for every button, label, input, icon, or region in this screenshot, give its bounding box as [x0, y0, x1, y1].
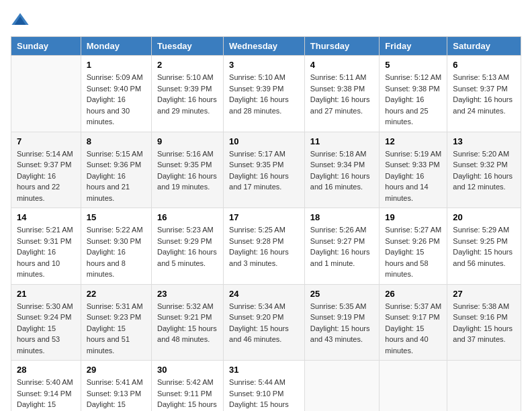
column-header-sunday: Sunday — [11, 37, 81, 56]
day-number: 25 — [310, 289, 374, 299]
day-number: 22 — [87, 289, 146, 299]
day-details: Sunrise: 5:30 AMSunset: 9:24 PMDaylight:… — [17, 301, 75, 357]
day-details: Sunrise: 5:22 AMSunset: 9:30 PMDaylight:… — [87, 224, 146, 280]
day-details: Sunrise: 5:12 AMSunset: 9:38 PMDaylight:… — [385, 72, 441, 128]
day-number: 8 — [87, 136, 146, 146]
day-details: Sunrise: 5:29 AMSunset: 9:25 PMDaylight:… — [453, 224, 515, 269]
day-number: 1 — [87, 60, 146, 70]
calendar-cell: 14Sunrise: 5:21 AMSunset: 9:31 PMDayligh… — [11, 208, 81, 285]
day-details: Sunrise: 5:11 AMSunset: 9:38 PMDaylight:… — [310, 72, 374, 116]
calendar-cell: 12Sunrise: 5:19 AMSunset: 9:33 PMDayligh… — [380, 132, 447, 208]
logo-icon — [11, 11, 30, 30]
day-details: Sunrise: 5:15 AMSunset: 9:36 PMDaylight:… — [87, 148, 146, 204]
calendar-cell: 31Sunrise: 5:44 AMSunset: 9:10 PMDayligh… — [224, 361, 305, 412]
calendar-week-row: 7Sunrise: 5:14 AMSunset: 9:37 PMDaylight… — [11, 132, 521, 208]
calendar-cell: 6Sunrise: 5:13 AMSunset: 9:37 PMDaylight… — [447, 56, 521, 132]
calendar-week-row: 21Sunrise: 5:30 AMSunset: 9:24 PMDayligh… — [11, 284, 521, 361]
calendar-cell: 24Sunrise: 5:34 AMSunset: 9:20 PMDayligh… — [224, 284, 305, 361]
calendar-cell: 3Sunrise: 5:10 AMSunset: 9:39 PMDaylight… — [224, 56, 305, 132]
day-details: Sunrise: 5:42 AMSunset: 9:11 PMDaylight:… — [157, 377, 218, 411]
calendar-cell: 9Sunrise: 5:16 AMSunset: 9:35 PMDaylight… — [152, 132, 224, 208]
day-details: Sunrise: 5:14 AMSunset: 9:37 PMDaylight:… — [17, 148, 75, 204]
calendar-cell: 25Sunrise: 5:35 AMSunset: 9:19 PMDayligh… — [304, 284, 380, 361]
day-number: 5 — [385, 60, 441, 70]
calendar-cell: 27Sunrise: 5:38 AMSunset: 9:16 PMDayligh… — [447, 284, 521, 361]
calendar-cell: 2Sunrise: 5:10 AMSunset: 9:39 PMDaylight… — [152, 56, 224, 132]
day-details: Sunrise: 5:13 AMSunset: 9:37 PMDaylight:… — [453, 72, 515, 116]
calendar-week-row: 1Sunrise: 5:09 AMSunset: 9:40 PMDaylight… — [11, 56, 521, 132]
day-details: Sunrise: 5:27 AMSunset: 9:26 PMDaylight:… — [385, 224, 441, 280]
day-details: Sunrise: 5:10 AMSunset: 9:39 PMDaylight:… — [157, 72, 218, 116]
calendar-cell: 16Sunrise: 5:23 AMSunset: 9:29 PMDayligh… — [152, 208, 224, 285]
day-number: 2 — [157, 60, 218, 70]
column-header-monday: Monday — [81, 37, 151, 56]
calendar-cell — [447, 361, 521, 412]
day-details: Sunrise: 5:26 AMSunset: 9:27 PMDaylight:… — [310, 224, 374, 269]
day-number: 12 — [385, 136, 441, 146]
calendar-cell: 8Sunrise: 5:15 AMSunset: 9:36 PMDaylight… — [81, 132, 151, 208]
calendar-cell: 13Sunrise: 5:20 AMSunset: 9:32 PMDayligh… — [447, 132, 521, 208]
day-details: Sunrise: 5:41 AMSunset: 9:13 PMDaylight:… — [87, 377, 146, 411]
day-details: Sunrise: 5:44 AMSunset: 9:10 PMDaylight:… — [229, 377, 299, 411]
day-details: Sunrise: 5:35 AMSunset: 9:19 PMDaylight:… — [310, 301, 374, 345]
calendar-cell — [11, 56, 81, 132]
day-number: 30 — [157, 365, 218, 375]
day-number: 24 — [229, 289, 299, 299]
day-number: 15 — [87, 212, 146, 222]
day-number: 21 — [17, 289, 75, 299]
day-details: Sunrise: 5:18 AMSunset: 9:34 PMDaylight:… — [310, 148, 374, 193]
day-number: 11 — [310, 136, 374, 146]
logo — [11, 11, 32, 30]
day-number: 4 — [310, 60, 374, 70]
calendar-cell: 1Sunrise: 5:09 AMSunset: 9:40 PMDaylight… — [81, 56, 151, 132]
day-number: 20 — [453, 212, 515, 222]
day-number: 16 — [157, 212, 218, 222]
day-details: Sunrise: 5:34 AMSunset: 9:20 PMDaylight:… — [229, 301, 299, 345]
calendar-cell: 21Sunrise: 5:30 AMSunset: 9:24 PMDayligh… — [11, 284, 81, 361]
day-details: Sunrise: 5:16 AMSunset: 9:35 PMDaylight:… — [157, 148, 218, 193]
calendar-cell: 10Sunrise: 5:17 AMSunset: 9:35 PMDayligh… — [224, 132, 305, 208]
day-number: 23 — [157, 289, 218, 299]
day-details: Sunrise: 5:32 AMSunset: 9:21 PMDaylight:… — [157, 301, 218, 345]
calendar-week-row: 28Sunrise: 5:40 AMSunset: 9:14 PMDayligh… — [11, 361, 521, 412]
day-details: Sunrise: 5:37 AMSunset: 9:17 PMDaylight:… — [385, 301, 441, 357]
day-details: Sunrise: 5:25 AMSunset: 9:28 PMDaylight:… — [229, 224, 299, 269]
day-details: Sunrise: 5:19 AMSunset: 9:33 PMDaylight:… — [385, 148, 441, 204]
column-header-tuesday: Tuesday — [152, 37, 224, 56]
day-number: 27 — [453, 289, 515, 299]
day-number: 3 — [229, 60, 299, 70]
day-number: 7 — [17, 136, 75, 146]
calendar-cell — [380, 361, 447, 412]
day-number: 28 — [17, 365, 75, 375]
calendar-week-row: 14Sunrise: 5:21 AMSunset: 9:31 PMDayligh… — [11, 208, 521, 285]
calendar-cell: 11Sunrise: 5:18 AMSunset: 9:34 PMDayligh… — [304, 132, 380, 208]
column-header-saturday: Saturday — [447, 37, 521, 56]
day-details: Sunrise: 5:38 AMSunset: 9:16 PMDaylight:… — [453, 301, 515, 345]
calendar-header-row: SundayMondayTuesdayWednesdayThursdayFrid… — [11, 37, 521, 56]
day-number: 18 — [310, 212, 374, 222]
column-header-thursday: Thursday — [304, 37, 380, 56]
calendar-cell: 22Sunrise: 5:31 AMSunset: 9:23 PMDayligh… — [81, 284, 151, 361]
day-number: 26 — [385, 289, 441, 299]
calendar-cell: 23Sunrise: 5:32 AMSunset: 9:21 PMDayligh… — [152, 284, 224, 361]
day-details: Sunrise: 5:23 AMSunset: 9:29 PMDaylight:… — [157, 224, 218, 269]
column-header-friday: Friday — [380, 37, 447, 56]
day-number: 19 — [385, 212, 441, 222]
calendar-cell: 18Sunrise: 5:26 AMSunset: 9:27 PMDayligh… — [304, 208, 380, 285]
calendar-cell: 5Sunrise: 5:12 AMSunset: 9:38 PMDaylight… — [380, 56, 447, 132]
day-details: Sunrise: 5:31 AMSunset: 9:23 PMDaylight:… — [87, 301, 146, 357]
calendar-table: SundayMondayTuesdayWednesdayThursdayFrid… — [11, 36, 521, 411]
day-details: Sunrise: 5:40 AMSunset: 9:14 PMDaylight:… — [17, 377, 75, 411]
calendar-cell: 28Sunrise: 5:40 AMSunset: 9:14 PMDayligh… — [11, 361, 81, 412]
column-header-wednesday: Wednesday — [224, 37, 305, 56]
day-number: 14 — [17, 212, 75, 222]
calendar-cell: 30Sunrise: 5:42 AMSunset: 9:11 PMDayligh… — [152, 361, 224, 412]
day-details: Sunrise: 5:17 AMSunset: 9:35 PMDaylight:… — [229, 148, 299, 193]
calendar-cell: 15Sunrise: 5:22 AMSunset: 9:30 PMDayligh… — [81, 208, 151, 285]
calendar-cell: 17Sunrise: 5:25 AMSunset: 9:28 PMDayligh… — [224, 208, 305, 285]
day-details: Sunrise: 5:10 AMSunset: 9:39 PMDaylight:… — [229, 72, 299, 116]
calendar-cell: 7Sunrise: 5:14 AMSunset: 9:37 PMDaylight… — [11, 132, 81, 208]
day-number: 29 — [87, 365, 146, 375]
day-number: 13 — [453, 136, 515, 146]
day-details: Sunrise: 5:09 AMSunset: 9:40 PMDaylight:… — [87, 72, 146, 128]
